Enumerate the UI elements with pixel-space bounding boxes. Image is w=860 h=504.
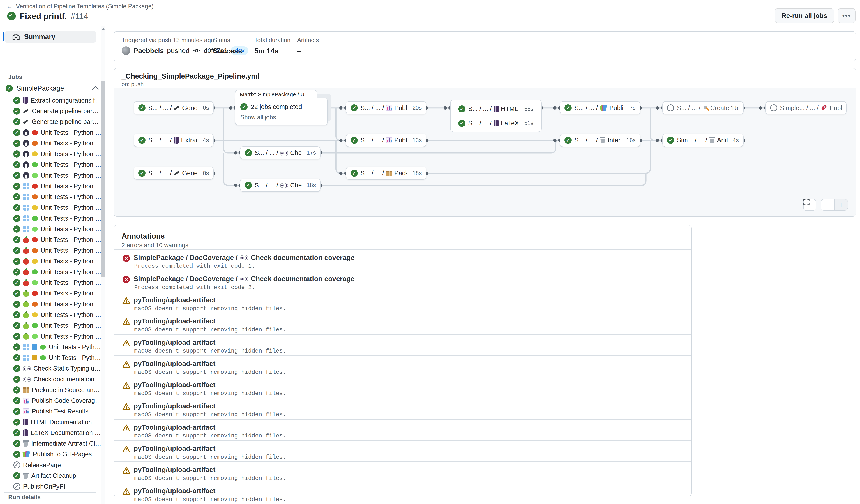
sidebar-job-item[interactable]: PublishOnPyPI	[13, 481, 102, 491]
sidebar-job-item[interactable]: HTML Documentation using ...	[13, 417, 102, 427]
graph-node-artifact-cleanup[interactable]: Sim... / ... /Artifact Cleanup4s	[662, 134, 744, 147]
rerun-all-jobs-button[interactable]: Re-run all jobs	[775, 8, 834, 23]
graph-node-extract[interactable]: S... / ... /Extract configur...4s	[134, 134, 214, 147]
avatar[interactable]	[121, 46, 130, 55]
breadcrumb-label[interactable]: Verification of Pipeline Templates (Simp…	[16, 3, 154, 10]
sidebar-job-item[interactable]: Unit Tests - Python 3.10	[13, 246, 102, 256]
annotation-row-warning[interactable]: pyTooling/upload-artifact macOS doesn't …	[114, 398, 691, 419]
sidebar-job-item[interactable]: Unit Tests - Python 3.9	[13, 128, 102, 138]
sidebar-job-item[interactable]: Package in Source and Wheel...	[13, 385, 102, 395]
sidebar-job-item[interactable]: Unit Tests - Python 3.11	[13, 149, 102, 159]
graph-node-html-doc[interactable]: S... / ... /HTML Docume...55s	[454, 102, 538, 116]
scrollbar-up-arrow[interactable]	[102, 27, 105, 30]
sidebar-job-item[interactable]: Unit Tests - Python 3.13	[13, 278, 102, 288]
sidebar-job-item[interactable]: LaTeX Documentation using ...	[13, 428, 102, 438]
sidebar-job-item[interactable]: Unit Tests - Python 3.13	[13, 331, 102, 341]
sidebar-job-item[interactable]: Publish Code Coverage Results	[13, 396, 102, 406]
success-icon	[13, 140, 20, 147]
sidebar-job-item[interactable]: Unit Tests - Python 3.12	[13, 213, 102, 223]
sidebar-job-item[interactable]: Unit Tests - Python 3.12	[13, 267, 102, 277]
graph-node-pypi[interactable]: Simple... / ... /Publish to PyPI	[765, 101, 847, 115]
annotation-row-warning[interactable]: pyTooling/upload-artifact macOS doesn't …	[114, 461, 691, 483]
show-all-jobs-link[interactable]: Show all jobs	[240, 114, 276, 121]
sidebar-item-summary[interactable]: Summary	[4, 31, 97, 43]
sidebar-job-item[interactable]: Unit Tests - Python 3.11	[13, 310, 102, 320]
annotation-row-error[interactable]: SimplePackage / DocCoverage /Check docum…	[114, 271, 691, 292]
sidebar-job-item[interactable]: Unit Tests - Python 3.10	[13, 139, 102, 148]
sidebar-job-item[interactable]: ReleasePage	[13, 460, 102, 470]
sidebar-job-item[interactable]: Unit Tests - Python 3.11	[13, 256, 102, 266]
sidebar-job-item[interactable]: Publish to GH-Pages	[13, 449, 102, 459]
sidebar-job-item[interactable]: Unit Tests - Python 3.12	[13, 342, 102, 352]
sidebar-job-item[interactable]: Unit Tests - Python 3.13	[13, 224, 102, 234]
node-duration: 20s	[410, 104, 421, 111]
windows-icon	[23, 344, 29, 350]
sidebar-job-item[interactable]: Artifact Cleanup	[13, 471, 102, 481]
sidebar-job-item[interactable]: Unit Tests - Python 3.12	[13, 353, 102, 363]
main-content: Triggered via push 13 minutes ago Paebbe…	[114, 26, 856, 504]
sidebar-job-item[interactable]: Intermediate Artifact Cleanup	[13, 438, 102, 449]
fullscreen-button[interactable]	[803, 199, 816, 211]
graph-node-check-doc[interactable]: S... / ... /Check docume...18s	[240, 178, 320, 192]
annotation-detail: Process completed with exit code 2.	[134, 284, 255, 291]
sidebar-job-item[interactable]: Unit Tests - Python 3.9	[13, 235, 102, 245]
graph-node-gh-pages[interactable]: S... / ... /Publish to GH-P...7s	[560, 101, 641, 115]
annotation-row-error[interactable]: SimplePackage / DocCoverage /Check docum…	[114, 249, 691, 271]
node-label: S... / ... /Generate pipelin...	[148, 104, 198, 112]
graph-node-release-page[interactable]: S... / ... /Create 'Release Pa...	[662, 101, 744, 115]
matrix-group-node[interactable]: 22 jobs completed Show all jobs	[235, 98, 328, 125]
annotation-row-warning[interactable]: pyTooling/upload-artifact macOS doesn't …	[114, 356, 691, 377]
sidebar-group-simplepackage[interactable]: SimplePackage	[5, 83, 98, 93]
sidebar-job-item[interactable]: Unit Tests - Python 3.13	[13, 171, 102, 181]
zoom-out-button[interactable]: −	[821, 199, 835, 211]
annotation-row-warning[interactable]: pyTooling/upload-artifact macOS doesn't …	[114, 292, 691, 313]
sidebar-job-item[interactable]: Extract configurations from p...	[13, 96, 102, 105]
windows-icon	[23, 215, 29, 221]
notebook-icon	[494, 120, 499, 127]
annotation-row-warning[interactable]: pyTooling/upload-artifact macOS doesn't …	[114, 419, 691, 440]
sidebar-job-item[interactable]: Unit Tests - Python 3.10	[13, 299, 102, 309]
chevron-up-icon[interactable]	[92, 86, 99, 92]
sq-blue-icon	[32, 344, 37, 350]
annotation-row-warning[interactable]: pyTooling/upload-artifact macOS doesn't …	[114, 377, 691, 398]
matrix-tab[interactable]: Matrix: SimplePackage / UnitTest...	[235, 90, 317, 99]
back-arrow-icon[interactable]: ←	[6, 3, 13, 10]
sidebar-job-item[interactable]: Unit Tests - Python 3.10	[13, 192, 102, 202]
annotation-row-warning[interactable]: pyTooling/upload-artifact macOS doesn't …	[114, 483, 691, 504]
breadcrumb[interactable]: ← Verification of Pipeline Templates (Si…	[6, 3, 154, 10]
zoom-in-button[interactable]: +	[835, 199, 848, 211]
sidebar-job-item[interactable]: Unit Tests - Python 3.12	[13, 160, 102, 170]
graph-node-package[interactable]: S... / ... /Package in Sou...18s	[346, 167, 426, 180]
workflow-graph[interactable]: Matrix: SimplePackage / UnitTest... 22 j…	[114, 88, 856, 216]
dot-orange-icon	[32, 302, 38, 307]
scrollbar-thumb[interactable]	[101, 81, 105, 277]
sidebar-job-item[interactable]: Check documentation covera...	[13, 374, 102, 384]
annotation-row-warning[interactable]: pyTooling/upload-artifact macOS doesn't …	[114, 334, 691, 356]
sidebar-scrollbar[interactable]	[101, 26, 105, 504]
kebab-menu-button[interactable]: •••	[837, 8, 856, 23]
graph-node-pub-codecov[interactable]: S... / ... /Publish Code C...20s	[346, 101, 426, 115]
sidebar-job-item[interactable]: Generate pipeline parameters	[13, 106, 102, 116]
actor-name[interactable]: Paebbels	[134, 47, 164, 55]
sidebar-job-item[interactable]: Unit Tests - Python 3.9	[13, 288, 102, 298]
sidebar-job-item[interactable]: Unit Tests - Python 3.9	[13, 181, 102, 191]
graph-node-pub-test[interactable]: S... / ... /Publish Test Re...13s	[346, 134, 426, 147]
sidebar-job-item[interactable]: Unit Tests - Python 3.12	[13, 321, 102, 331]
sidebar-job-item[interactable]: Unit Tests - Python 3.11	[13, 203, 102, 213]
group-label: SimplePackage	[16, 84, 64, 92]
windows-icon	[23, 183, 29, 189]
graph-node-gen1[interactable]: S... / ... /Generate pipelin...0s	[134, 101, 214, 115]
graph-node-check-static[interactable]: S... / ... /Check Static Ty...17s	[240, 146, 320, 160]
error-icon	[122, 275, 130, 284]
sidebar-item-usage[interactable]: Usage	[6, 503, 37, 504]
graph-node-latex-doc[interactable]: S... / ... /LaTeX Docume...51s	[454, 117, 538, 130]
pipeline-graph-card: _Checking_SimplePackage_Pipeline.yml on:…	[114, 68, 856, 217]
trash-icon	[709, 137, 715, 143]
sidebar-job-item[interactable]: Generate pipeline parameters	[13, 117, 102, 127]
graph-node-intermediate[interactable]: S... / ... /Intermediate A...16s	[560, 134, 641, 147]
graph-node-gen2[interactable]: S... / ... /Generate pipelin...0s	[134, 167, 214, 180]
sidebar-job-item[interactable]: Publish Test Results	[13, 406, 102, 416]
annotation-row-warning[interactable]: pyTooling/upload-artifact macOS doesn't …	[114, 440, 691, 461]
annotation-row-warning[interactable]: pyTooling/upload-artifact macOS doesn't …	[114, 313, 691, 334]
sidebar-job-item[interactable]: Check Static Typing using Pyt...	[13, 363, 102, 374]
